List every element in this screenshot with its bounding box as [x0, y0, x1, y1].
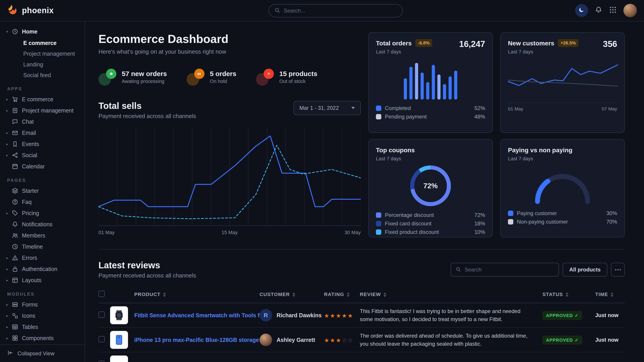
global-search[interactable] [268, 4, 403, 17]
review-row-partial [98, 352, 625, 362]
chevron-right-icon: ▸ [6, 142, 12, 146]
product-link[interactable]: Fitbit Sense Advanced Smartwatch with To… [134, 312, 260, 319]
sidebar-item-email[interactable]: ▸ Email [0, 127, 84, 138]
chevron-down-icon: ▾ [6, 29, 12, 34]
reviews-table-body: Fitbit Sense Advanced Smartwatch with To… [98, 303, 625, 362]
lock-icon [12, 266, 18, 272]
column-header-status[interactable]: STATUS [542, 286, 595, 303]
top-coupons-card: Top coupons Last 7 days 72% Percentage d… [368, 139, 493, 237]
legend-label: Non-paying customer [517, 219, 568, 225]
stat-caption: Awating processing [122, 78, 167, 84]
product-thumbnail[interactable] [110, 356, 128, 362]
change-badge: +26.5% [558, 39, 578, 47]
stats-cards: Total orders-6.8% Last 7 days 16,247 Com… [368, 32, 625, 237]
sidebar-item-landing[interactable]: Landing [0, 59, 84, 70]
layers-icon [12, 187, 18, 194]
sidebar-item-calendar[interactable]: Calendar [0, 161, 84, 172]
more-options-button[interactable] [611, 263, 625, 277]
sidebar: ▾ Home E commerceProject managementLandi… [0, 21, 85, 362]
legend-swatch [376, 229, 381, 235]
sidebar-item-events[interactable]: ▸ Events [0, 138, 84, 150]
coupons-donut-chart: 72% [410, 165, 451, 206]
column-header-time[interactable]: TIME [595, 286, 625, 303]
sidebar-item-errors[interactable]: ▸ Errors [0, 252, 84, 263]
sidebar-item-starter[interactable]: Starter [0, 185, 84, 196]
product-thumbnail[interactable] [110, 306, 128, 324]
row-checkbox[interactable] [98, 336, 105, 342]
orders-bar-chart [376, 61, 485, 99]
chevron-right-icon: ▸ [6, 256, 12, 260]
sidebar-item-icons[interactable]: ▸ Icons [0, 310, 84, 321]
sidebar-item-social[interactable]: ▸ Social [0, 150, 84, 161]
notifications-bell-button[interactable] [595, 6, 602, 15]
new-customers-x-axis: 01 May07 May [508, 103, 617, 112]
sidebar-item-pricing[interactable]: ▸ Pricing [0, 208, 84, 219]
card-title: Top coupons [376, 147, 415, 154]
row-checkbox[interactable] [98, 312, 105, 318]
sidebar-item-forms[interactable]: ▸ Forms [0, 299, 84, 310]
search-input[interactable] [284, 7, 397, 14]
quick-stats: ★ 57 new orders Awating processing ▮▮ 5 … [98, 69, 361, 86]
column-header-review[interactable]: REVIEW [360, 286, 542, 303]
sidebar-item-members[interactable]: Members [0, 230, 84, 241]
review-time: Just now [595, 303, 625, 328]
reviews-search[interactable] [451, 263, 559, 277]
select-all-checkbox[interactable] [98, 291, 105, 297]
total-sells-title: Total sells [98, 101, 196, 111]
sidebar-item-home[interactable]: ▾ Home [0, 26, 84, 37]
search-icon [274, 7, 280, 15]
card-period: Last 7 days [508, 49, 617, 55]
legend-item-fixed-product-discount: Fixed product discount 10% [376, 228, 485, 236]
apps-grid-button[interactable] [609, 6, 617, 15]
sidebar-item-faq[interactable]: Faq [0, 196, 84, 208]
review-text: The order was delivered ahead of schedul… [360, 328, 542, 352]
share-icon [12, 152, 18, 159]
sort-icon [292, 293, 295, 297]
sidebar-item-social-feed[interactable]: Social feed [0, 70, 84, 80]
chevron-down-icon [351, 107, 355, 109]
card-period: Last 7 days [376, 156, 485, 162]
legend-value: 18% [474, 220, 485, 227]
reviews-controls: All products [451, 263, 625, 277]
column-header-rating[interactable]: RATING [324, 286, 360, 303]
reviews-table-header: PRODUCTCUSTOMERRATINGREVIEWSTATUSTIME [98, 286, 625, 303]
sidebar-item-layouts[interactable]: ▸ Layouts [0, 275, 84, 286]
legend-label: Fixed card discount [385, 220, 432, 227]
collapse-view-toggle[interactable]: Collapsed View [0, 344, 84, 362]
calendar-icon [12, 163, 18, 170]
chevron-right-icon: ▸ [6, 211, 12, 215]
card-title: Total orders [376, 40, 412, 47]
theme-toggle-button[interactable] [575, 4, 588, 17]
legend-item-pending-payment: Pending payment 48% [376, 112, 485, 121]
product-thumbnail[interactable] [110, 331, 128, 349]
all-products-button[interactable]: All products [562, 263, 607, 277]
product-link[interactable]: iPhone 13 pro max-Pacific Blue-128GB sto… [134, 337, 260, 343]
sidebar-item-tables[interactable]: ▸ Tables [0, 321, 84, 333]
sidebar-item-e-commerce[interactable]: ▸ E commerce [0, 94, 84, 105]
reviews-search-input[interactable] [464, 267, 554, 273]
sidebar-item-timeline[interactable]: Timeline [0, 241, 84, 252]
dashboard-left-column: Ecommerce Dashboard Here's what's going … [98, 32, 361, 237]
chevron-right-icon: ▸ [6, 314, 12, 318]
star-icon: ★ [98, 69, 116, 86]
sidebar-nav: ▾ Home E commerceProject managementLandi… [0, 26, 84, 344]
date-range-select[interactable]: Mar 1 - 31, 2022 [294, 101, 361, 115]
column-header-customer[interactable]: CUSTOMER [260, 286, 324, 303]
stat-value: 5 orders [210, 70, 236, 78]
sidebar-item-e-commerce[interactable]: E commerce [0, 37, 84, 48]
user-avatar[interactable] [624, 4, 637, 17]
sidebar-item-chat[interactable]: Chat [0, 116, 84, 127]
clipboard-icon [12, 107, 18, 114]
row-checkbox[interactable] [98, 361, 105, 362]
chevron-right-icon: ▸ [6, 278, 12, 282]
column-header-product[interactable]: PRODUCT [134, 286, 260, 303]
sidebar-item-project-management[interactable]: Project management [0, 48, 84, 59]
sidebar-item-components[interactable]: ▸ Components [0, 333, 84, 344]
brand[interactable]: phoenix [7, 4, 54, 17]
sidebar-item-authentication[interactable]: ▸ Authentication [0, 263, 84, 275]
stat-awating-processing: ★ 57 new orders Awating processing [98, 69, 167, 86]
legend-item-percentage-discount: Percentage discount 72% [376, 211, 485, 219]
new-customers-value: 356 [603, 39, 617, 49]
sidebar-item-notifications[interactable]: Notifications [0, 219, 84, 230]
sidebar-item-project-management[interactable]: ▸ Project management [0, 105, 84, 116]
